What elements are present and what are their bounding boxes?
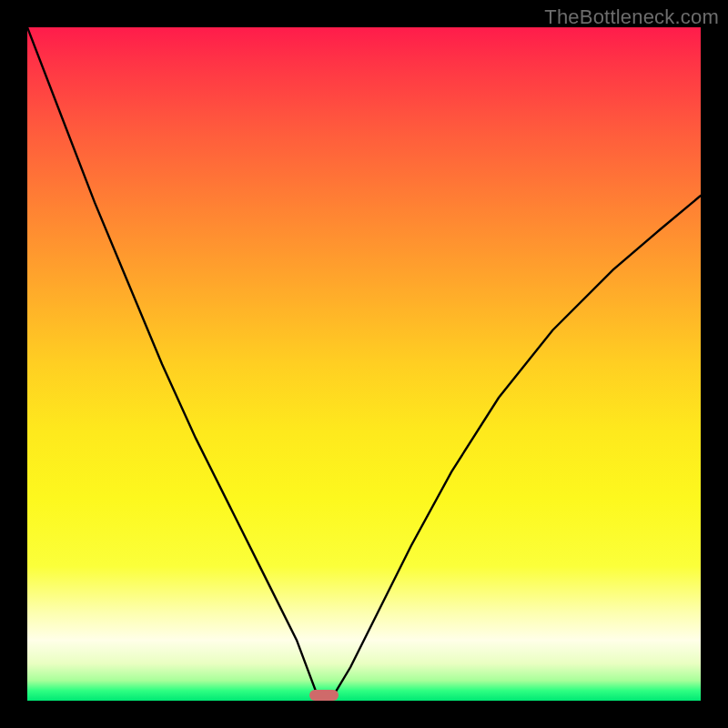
plot-area	[27, 27, 701, 701]
watermark-text: TheBottleneck.com	[544, 5, 719, 29]
curve-path	[27, 27, 701, 701]
chart-container: TheBottleneck.com	[0, 0, 728, 728]
bottleneck-curve	[27, 27, 701, 701]
optimal-marker	[309, 690, 339, 701]
